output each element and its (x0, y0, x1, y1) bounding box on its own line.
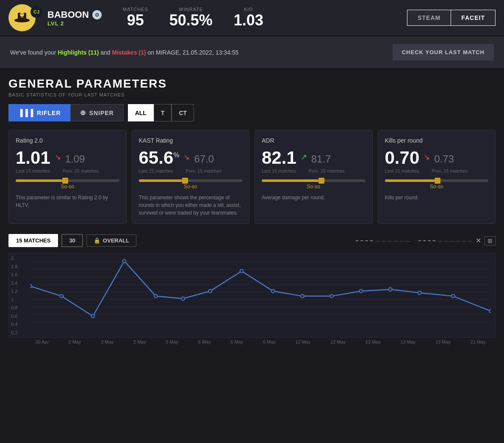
all-mode-tab[interactable]: ALL (128, 104, 154, 121)
percent-sign: % (173, 151, 179, 159)
30-matches-button[interactable]: 30 (61, 234, 83, 247)
progress-label: So-so (16, 184, 119, 190)
x-axis-label: 6 May (198, 339, 211, 344)
line-chart (30, 258, 491, 325)
card-title: KAST Rating (139, 137, 243, 144)
steam-icon: ⊙ (92, 10, 102, 19)
svg-point-21 (123, 259, 126, 263)
svg-point-19 (60, 294, 63, 298)
svg-point-30 (389, 288, 392, 291)
svg-point-31 (418, 291, 421, 294)
rifler-tab[interactable]: ▐▐▐ RIFLER (8, 104, 70, 121)
progress-marker (435, 178, 440, 184)
card-main-value: 65.6% (139, 149, 180, 167)
username-display: BABOON ⊙ (47, 9, 102, 20)
check-last-match-button[interactable]: CHECK YOUR LAST MATCH (393, 44, 494, 61)
progress-marker (62, 178, 68, 184)
y-axis-label: 1.4 (11, 281, 17, 286)
steam-button[interactable]: STEAM (407, 10, 451, 25)
x-axis-label: 12 May (295, 339, 310, 344)
card-sub-row: Last 15 matches Prev. 15 matches (262, 168, 366, 173)
notification-text: We've found your Highlights (11) and Mis… (10, 49, 238, 56)
progress-label: So-so (262, 184, 366, 190)
card-desc: This parameter is similar to Rating 2.0 … (16, 194, 119, 209)
card-prev-value: 81.7 (311, 153, 331, 165)
arrow-down-icon: ↘ (424, 152, 430, 162)
progress-track (16, 179, 119, 182)
mistakes-text: Mistakes (1) (112, 49, 146, 56)
chart-close-button[interactable]: ✕ (476, 237, 481, 245)
card-desc: Kills per round. (385, 194, 489, 201)
card-desc: This parameter shows the percentage of r… (139, 194, 243, 217)
x-axis-labels: 30 Apr2 May2 May2 May5 May6 May6 May6 Ma… (8, 339, 496, 344)
ct-mode-tab[interactable]: CT (172, 104, 194, 121)
rifler-label: RIFLER (37, 110, 61, 116)
prev-matches-label: Prev. 15 matches (63, 168, 99, 173)
last-matches-label: Last 15 matches (16, 168, 50, 173)
prev-matches-label: Prev. 15 matches (186, 168, 222, 173)
main-content: GENERAL PARAMETERS BASIC STATISTICS OF Y… (0, 69, 504, 353)
card-title: Rating 2.0 (16, 137, 119, 144)
overall-label: OVERALL (103, 237, 129, 244)
x-axis-label: 6 May (263, 339, 276, 344)
15-matches-button[interactable]: 15 MATCHES (8, 234, 58, 247)
svg-point-32 (451, 294, 455, 298)
section-title: GENERAL PARAMETERS (8, 77, 496, 91)
notif-suffix: on MIRAGE, 21.05.2022, 13:34:55 (146, 49, 239, 56)
legend-text-2: — — — — — — (438, 238, 472, 243)
card-title: Kills per round (385, 137, 489, 144)
chart-controls: 15 MATCHES 30 🔒 OVERALL — — — — — — — — … (8, 234, 496, 247)
faceit-button[interactable]: FACEIT (451, 10, 495, 25)
chart-legend: — — — — — — — — — — — — (356, 238, 472, 243)
x-axis-label: 30 Apr (35, 339, 49, 344)
sniper-tab[interactable]: ⊕ SNIPER (70, 104, 124, 121)
stat-card-adr: ADR 82.1 ↗ 81.7 Last 15 matches Prev. 15… (255, 130, 373, 224)
x-axis-label: 2 May (133, 339, 146, 344)
kd-stat: K/D 1.03 (234, 7, 263, 29)
y-axis-label: 0.6 (11, 314, 17, 319)
matches-stat: MATCHES 95 (123, 7, 148, 29)
prev-matches-label: Prev. 15 matches (432, 168, 468, 173)
svg-rect-8 (22, 16, 23, 17)
arrow-down-icon: ↘ (55, 152, 61, 162)
legend-line-2 (418, 240, 435, 241)
svg-point-26 (271, 289, 275, 293)
progress-track (385, 179, 489, 182)
notification-bar: We've found your Highlights (11) and Mis… (0, 36, 504, 69)
winrate-stat: WINRATE 50.5% (169, 7, 213, 29)
y-axis-label: 0.4 (11, 322, 17, 327)
svg-point-24 (208, 289, 212, 293)
cj-badge: CJ (30, 6, 42, 18)
last-matches-label: Last 15 matches (262, 168, 296, 173)
svg-point-29 (359, 289, 363, 293)
legend-line-1 (356, 240, 373, 241)
stat-card-kpr: Kills per round 0.70 ↘ 0.73 Last 15 matc… (378, 130, 496, 224)
legend-item-2: — — — — — — (418, 238, 472, 243)
progress-area: So-so (262, 179, 366, 190)
svg-point-5 (21, 14, 22, 14)
chart-expand-button[interactable]: ⊞ (485, 236, 496, 245)
progress-marker (318, 178, 324, 184)
card-prev-value: 0.73 (434, 153, 454, 165)
card-sub-row: Last 15 matches Prev. 15 matches (139, 168, 243, 173)
progress-area: So-so (385, 179, 489, 190)
card-value-row: 0.70 ↘ 0.73 (385, 149, 489, 167)
svg-rect-7 (21, 16, 22, 17)
card-main-value: 1.01 (16, 149, 50, 167)
sniper-label: SNIPER (89, 110, 114, 116)
header-stats: MATCHES 95 WINRATE 50.5% K/D 1.03 (123, 7, 399, 29)
svg-point-18 (30, 284, 32, 288)
sniper-icon: ⊕ (80, 109, 86, 117)
t-mode-tab[interactable]: T (154, 104, 172, 121)
x-axis-label: 2 May (69, 339, 81, 344)
progress-area: So-so (139, 179, 243, 190)
x-axis-label: 2 May (101, 339, 114, 344)
svg-point-20 (91, 314, 94, 318)
svg-point-25 (240, 270, 244, 273)
last-matches-label: Last 15 matches (139, 168, 173, 173)
card-sub-row: Last 15 matches Prev. 15 matches (16, 168, 119, 173)
arrow-down-icon: ↘ (183, 152, 190, 162)
rifler-icon: ▐▐▐ (18, 109, 33, 117)
overall-button[interactable]: 🔒 OVERALL (86, 234, 136, 247)
y-axis-label: 0.2 (11, 330, 17, 335)
